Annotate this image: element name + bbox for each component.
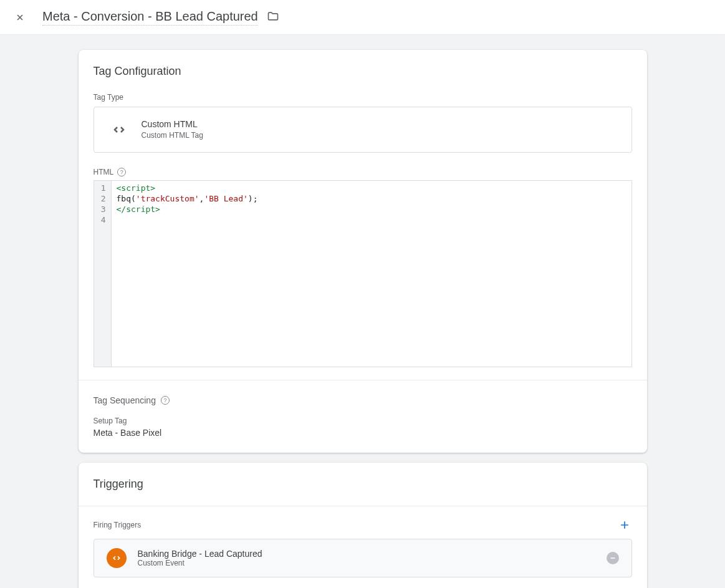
minus-icon [609, 554, 617, 562]
firing-triggers-header: Firing Triggers [94, 518, 632, 533]
plus-icon [618, 519, 631, 531]
trigger-name: Banking Bridge - Lead Captured [138, 549, 262, 559]
close-button[interactable] [12, 10, 27, 25]
setup-tag-label: Setup Tag [94, 417, 632, 425]
setup-tag-value: Meta - Base Pixel [94, 428, 632, 438]
html-label: HTML [94, 168, 114, 176]
trigger-text: Banking Bridge - Lead Captured Custom Ev… [138, 549, 262, 567]
custom-html-icon [107, 117, 132, 142]
tag-type-text: Custom HTML Custom HTML Tag [142, 118, 203, 141]
triggering-card: Triggering Firing Triggers Banking Bridg… [79, 463, 647, 588]
folder-button[interactable] [267, 10, 279, 24]
html-help-button[interactable]: ? [117, 168, 126, 176]
content-area: Tag Configuration Tag Type Custom HTML C… [79, 35, 647, 588]
custom-event-icon [107, 548, 127, 568]
page-title[interactable]: Meta - Conversion - BB Lead Captured [42, 9, 258, 26]
tag-type-label: Tag Type [94, 93, 632, 102]
divider [79, 506, 647, 506]
tag-config-title: Tag Configuration [94, 65, 632, 78]
code-content: <script> fbq('trackCustom','BB Lead'); <… [112, 181, 631, 367]
code-icon [112, 122, 127, 137]
html-label-row: HTML ? [94, 168, 632, 176]
firing-trigger-row[interactable]: Banking Bridge - Lead Captured Custom Ev… [94, 539, 632, 577]
header-bar: Meta - Conversion - BB Lead Captured [0, 0, 725, 35]
divider [79, 380, 647, 380]
tag-type-subtitle: Custom HTML Tag [142, 130, 203, 141]
trigger-type: Custom Event [138, 559, 262, 567]
tag-type-name: Custom HTML [142, 118, 203, 131]
triggering-title: Triggering [94, 478, 632, 491]
tag-configuration-card: Tag Configuration Tag Type Custom HTML C… [79, 50, 647, 453]
tag-sequencing-row: Tag Sequencing ? [94, 395, 632, 405]
tag-sequencing-label: Tag Sequencing [94, 395, 156, 405]
add-trigger-button[interactable] [617, 518, 632, 533]
sequencing-help-button[interactable]: ? [161, 396, 170, 405]
tag-type-selector[interactable]: Custom HTML Custom HTML Tag [94, 107, 632, 153]
folder-icon [267, 10, 279, 22]
line-gutter: 1234 [94, 181, 112, 367]
close-icon [15, 12, 25, 22]
firing-triggers-label: Firing Triggers [94, 521, 142, 529]
html-code-editor[interactable]: 1234 <script> fbq('trackCustom','BB Lead… [94, 180, 632, 367]
remove-trigger-button[interactable] [607, 552, 619, 564]
code-brackets-icon [112, 553, 122, 563]
